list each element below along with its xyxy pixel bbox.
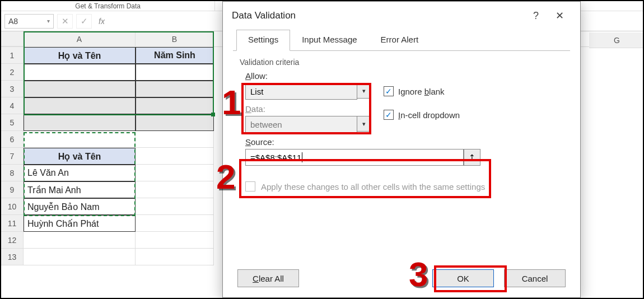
- cell-b3[interactable]: [136, 81, 214, 97]
- ribbon-get-transform: Get & Transform Data: [1, 1, 215, 11]
- clear-all-button[interactable]: Clear All: [237, 269, 299, 287]
- row-header[interactable]: 11: [1, 215, 24, 232]
- row-header[interactable]: 1: [1, 47, 24, 64]
- cell-b6[interactable]: [136, 131, 214, 148]
- cell-a4[interactable]: [24, 97, 136, 114]
- checkbox-checked-icon: ✓: [384, 110, 394, 120]
- allow-combo[interactable]: List: [245, 83, 357, 100]
- cell-b9[interactable]: [136, 181, 214, 198]
- range-picker-icon[interactable]: ↥: [464, 149, 480, 166]
- source-value: =$A$8:$A$11: [250, 153, 301, 162]
- dialog-tabs: Settings Input Message Error Alert: [223, 30, 580, 51]
- chevron-down-icon: ▾: [357, 116, 371, 132]
- data-validation-dialog: Data Validation ? ✕ Settings Input Messa…: [222, 1, 581, 298]
- cell-a6[interactable]: [24, 131, 136, 148]
- name-box-value: A8: [8, 17, 18, 26]
- cancel-fx-button: ✕: [57, 14, 73, 29]
- col-header-g-area: G: [589, 32, 644, 48]
- data-value: between: [250, 120, 282, 129]
- cell-b10[interactable]: [136, 198, 214, 215]
- col-header-b[interactable]: B: [136, 31, 214, 46]
- data-combo: between: [245, 116, 357, 133]
- close-icon[interactable]: ✕: [548, 5, 571, 26]
- fx-icon[interactable]: fx: [95, 17, 108, 26]
- row-header[interactable]: 4: [1, 97, 24, 114]
- help-button[interactable]: ?: [524, 5, 548, 26]
- col-header-a[interactable]: A: [24, 31, 136, 46]
- source-label: Source:: [245, 137, 274, 147]
- col-header-g[interactable]: G: [589, 32, 644, 48]
- text-caret: [302, 152, 302, 162]
- row-header[interactable]: 12: [1, 232, 24, 249]
- row-header[interactable]: 9: [1, 181, 24, 198]
- incell-label: In-cell dropdown: [398, 110, 460, 120]
- cell-a3[interactable]: [24, 81, 136, 97]
- row-header[interactable]: 7: [1, 148, 24, 165]
- row-header[interactable]: 6: [1, 131, 24, 148]
- cell-a9[interactable]: Trần Mai Anh: [24, 181, 136, 198]
- ok-button[interactable]: OK: [432, 269, 494, 287]
- row-header[interactable]: 8: [1, 165, 24, 181]
- cell-b7[interactable]: [136, 148, 214, 165]
- cell-a13[interactable]: [24, 249, 136, 265]
- cell-b13[interactable]: [136, 249, 214, 265]
- apply-all-label: Apply these changes to all other cells w…: [261, 182, 485, 191]
- select-all-corner[interactable]: [1, 31, 24, 46]
- dialog-titlebar[interactable]: Data Validation ? ✕: [223, 2, 580, 30]
- row-header[interactable]: 5: [1, 114, 24, 131]
- name-box[interactable]: A8 ▾: [4, 14, 54, 29]
- cell-b12[interactable]: [136, 232, 214, 249]
- cell-b4[interactable]: [136, 97, 214, 114]
- tab-error-alert[interactable]: Error Alert: [369, 30, 431, 51]
- cell-b8[interactable]: [136, 165, 214, 181]
- row-header[interactable]: 10: [1, 198, 24, 215]
- incell-dropdown-checkbox[interactable]: ✓ In-cell dropdown: [384, 110, 460, 120]
- data-label: Data:: [245, 104, 265, 114]
- ignore-blank-checkbox[interactable]: ✓ Ignore blank: [384, 86, 445, 96]
- dialog-button-row: Clear All OK Cancel: [223, 269, 580, 287]
- chevron-down-icon[interactable]: ▾: [47, 18, 50, 24]
- apply-all-checkbox: Apply these changes to all other cells w…: [223, 168, 580, 191]
- cell-a8[interactable]: Lê Văn An: [24, 165, 136, 181]
- ignore-blank-label: Ignore blank: [398, 87, 445, 96]
- cell-a11[interactable]: Huỳnh Chấn Phát: [24, 215, 136, 232]
- cell-b11[interactable]: [136, 215, 214, 232]
- cell-b2[interactable]: [136, 64, 214, 81]
- row-header[interactable]: 13: [1, 249, 24, 265]
- enter-fx-button: ✓: [76, 14, 92, 29]
- cell-a5[interactable]: [24, 114, 136, 131]
- cancel-button[interactable]: Cancel: [504, 269, 566, 287]
- cell-b5[interactable]: [136, 114, 214, 131]
- allow-label: Allow:: [245, 71, 268, 81]
- cell-a10[interactable]: Nguyễn Bảo Nam: [24, 198, 136, 215]
- chevron-down-icon[interactable]: ▾: [357, 83, 371, 99]
- checkbox-checked-icon: ✓: [384, 86, 394, 96]
- dialog-title: Data Validation: [232, 10, 296, 21]
- cell-b1[interactable]: Năm Sinh: [136, 47, 214, 64]
- cell-a7[interactable]: Họ và Tên: [24, 148, 136, 165]
- checkbox-unchecked-icon: [245, 181, 255, 191]
- tab-input-message[interactable]: Input Message: [290, 30, 368, 51]
- row-header[interactable]: 2: [1, 64, 24, 81]
- cell-a12[interactable]: [24, 232, 136, 249]
- source-input[interactable]: =$A$8:$A$11: [245, 149, 464, 166]
- allow-value: List: [250, 87, 263, 96]
- cell-a1[interactable]: Họ và Tên: [24, 47, 136, 64]
- validation-criteria-label: Validation criteria: [223, 51, 580, 69]
- cell-a2[interactable]: [24, 64, 136, 81]
- tab-settings[interactable]: Settings: [236, 30, 290, 51]
- row-header[interactable]: 3: [1, 81, 24, 97]
